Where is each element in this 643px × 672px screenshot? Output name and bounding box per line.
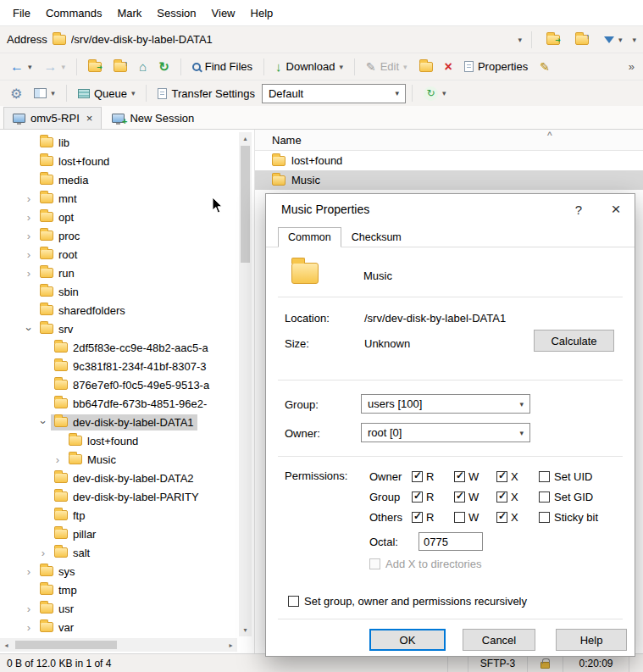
checkbox-group-x[interactable] [496,492,507,503]
open-directory-button[interactable] [541,31,565,48]
expander-icon[interactable]: › [25,248,33,261]
tree-item-876e7ef0-f0c5-49e5-9513-a[interactable]: 876e7ef0-f0c5-49e5-9513-a [0,375,237,394]
download-button[interactable]: ↓Download▾ [270,56,348,77]
properties-button[interactable]: Properties [459,57,533,76]
owner-combo[interactable]: root [0]▾ [361,423,530,442]
address-overflow-icon[interactable]: ▾ [632,36,636,44]
tree-vertical-scrollbar[interactable]: ▴ ▾ [239,132,252,636]
copy-button[interactable] [414,58,438,75]
dialog-titlebar[interactable]: Music Properties ? × [266,194,635,225]
tree-item-bb647dfe-673b-4851-96e2-[interactable]: bb647dfe-673b-4851-96e2- [0,394,237,413]
tree-item-sys[interactable]: ›sys [0,562,237,580]
chevron-down-icon[interactable]: ▾ [28,63,32,71]
tree-item-ftp[interactable]: ftp [0,506,237,525]
parent-directory-button[interactable] [108,58,132,75]
dialog-close-button[interactable]: × [597,194,635,225]
tree-horizontal-scrollbar[interactable]: ◂ ▸ [0,638,237,652]
checkbox-owner-w[interactable] [454,471,465,482]
tree-item-lib[interactable]: lib [0,133,237,152]
tree-item-sharedfolders[interactable]: sharedfolders [0,301,237,319]
chevron-down-icon[interactable]: ▾ [131,89,136,97]
checkbox-others-x[interactable] [496,512,507,523]
ok-button[interactable]: OK [369,629,446,651]
menu-file[interactable]: File [5,3,38,24]
scroll-down-icon[interactable]: ▾ [239,624,252,636]
checkbox-others-r[interactable] [412,512,423,523]
menu-view[interactable]: View [204,3,243,24]
expander-icon[interactable]: › [25,565,33,578]
tree-item-dev-disk-by-label-parity[interactable]: dev-disk-by-label-PARITY [0,487,237,506]
delete-button[interactable]: × [440,56,457,78]
tab-common[interactable]: Common [278,227,341,247]
expander-icon[interactable]: › [25,211,33,224]
toolbar-overflow-icon[interactable]: » [625,60,638,73]
dialog-help-button[interactable]: ? [560,194,597,225]
tree-item-salt[interactable]: ›salt [0,543,237,562]
expander-icon[interactable]: › [25,230,33,242]
tree-item-dev-disk-by-label-data1[interactable]: ›dev-disk-by-label-DATA1 [0,413,237,431]
expander-icon[interactable]: › [39,547,47,559]
octal-input[interactable] [419,532,483,551]
tree-item-opt[interactable]: ›opt [0,208,237,226]
home-button[interactable]: ⌂ [134,56,152,77]
cancel-button[interactable]: Cancel [463,629,535,651]
menu-commands[interactable]: Commands [38,3,109,24]
file-row-music[interactable]: Music [255,170,643,190]
transfer-settings-combo[interactable]: Default▾ [262,84,406,103]
help-button[interactable]: Help [556,629,627,651]
session-tab-new[interactable]: New Session [103,107,202,129]
expander-icon[interactable]: › [25,621,33,634]
calculate-button[interactable]: Calculate [534,330,614,352]
scroll-right-icon[interactable]: ▸ [224,639,237,652]
refresh-button[interactable]: ↻ [153,56,175,78]
transfer-settings-button[interactable]: Transfer Settings [152,84,260,103]
tree-item-music[interactable]: ›Music [0,450,237,469]
chevron-down-icon[interactable]: ▾ [442,89,446,97]
expander-icon[interactable]: › [25,192,33,205]
expander-icon[interactable]: › [23,325,36,333]
edit-file-button[interactable]: ✎ [535,57,555,77]
chevron-down-icon[interactable]: ▾ [51,89,55,97]
address-path[interactable]: /srv/dev-disk-by-label-DATA1 [71,33,513,46]
checkbox-set-gid[interactable] [539,492,550,503]
recursive-checkbox-row[interactable]: Set group, owner and permissions recursi… [288,595,527,608]
tree-item-tmp[interactable]: tmp [0,580,237,599]
open-directory-button[interactable] [83,58,107,75]
back-button[interactable]: ←▾ [5,56,37,78]
bookmark-button[interactable] [570,31,594,48]
tab-checksum[interactable]: Checksum [341,227,412,247]
column-header-name[interactable]: Name ^ [255,130,643,151]
menu-session[interactable]: Session [149,3,203,24]
session-tab-omv5-rpi[interactable]: omv5-RPI × [3,107,102,129]
checkbox-owner-x[interactable] [496,471,507,482]
tree-item-dev-disk-by-label-data2[interactable]: dev-disk-by-label-DATA2 [0,469,237,487]
tree-item-2df5f83e-cc9e-48b2-aac5-a[interactable]: 2df5f83e-cc9e-48b2-aac5-a [0,338,237,357]
scrollbar-thumb[interactable] [15,641,117,649]
file-row-lost+found[interactable]: lost+found [255,151,643,170]
expander-icon[interactable]: › [53,453,62,466]
menu-help[interactable]: Help [243,3,281,24]
group-combo[interactable]: users [100]▾ [361,394,530,414]
scroll-up-icon[interactable]: ▴ [239,132,252,145]
tree-item-media[interactable]: media [0,170,237,189]
tree-item-proc[interactable]: ›proc [0,226,237,245]
checkbox-set-uid[interactable] [539,471,550,482]
tree-item-usr[interactable]: ›usr [0,599,237,618]
panel-layout-button[interactable]: ▾ [29,85,60,102]
expander-icon[interactable]: › [25,603,33,615]
expander-icon[interactable]: › [25,267,33,280]
status-encryption[interactable] [528,654,563,672]
menu-mark[interactable]: Mark [109,3,149,24]
tree-item-var[interactable]: ›var [0,618,237,636]
synchronize-button[interactable]: ↻▾ [419,83,452,104]
forward-button[interactable]: →▾ [39,56,71,78]
close-tab-icon[interactable]: × [86,112,93,125]
tree-item-mnt[interactable]: ›mnt [0,189,237,208]
find-files-button[interactable]: Find Files [187,57,258,76]
scroll-left-icon[interactable]: ◂ [0,639,13,652]
expander-icon[interactable]: › [37,418,50,426]
checkbox-owner-r[interactable] [412,471,423,482]
checkbox-group-r[interactable] [412,492,423,503]
preferences-button[interactable]: ⚙ [5,82,27,105]
checkbox-others-w[interactable] [454,512,465,523]
